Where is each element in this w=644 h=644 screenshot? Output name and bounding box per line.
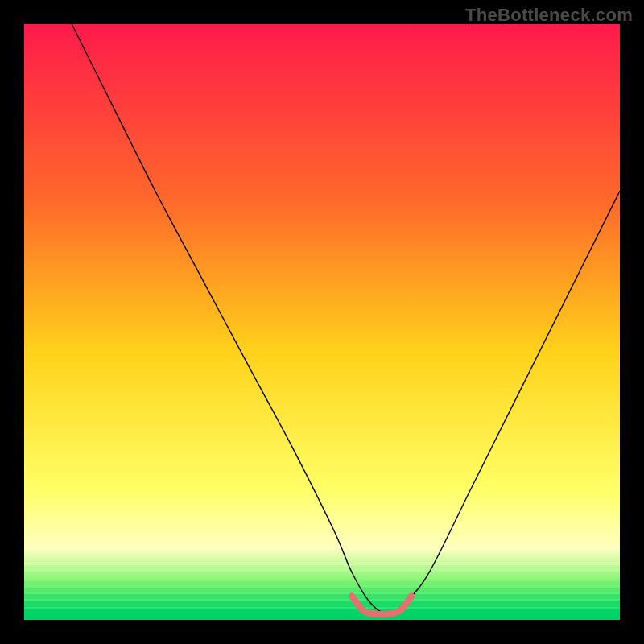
svg-rect-5: [24, 594, 620, 599]
svg-rect-0: [24, 562, 620, 565]
plot-svg: [24, 24, 620, 620]
svg-rect-3: [24, 581, 620, 585]
svg-rect-4: [24, 588, 620, 592]
watermark-text: TheBottleneck.com: [465, 5, 633, 26]
plot-area: [24, 24, 620, 620]
svg-rect-1: [24, 568, 620, 572]
chart-stage: TheBottleneck.com: [0, 0, 644, 644]
svg-rect-2: [24, 575, 620, 578]
green-stripes: [24, 562, 620, 620]
svg-rect-6: [24, 601, 620, 607]
gradient-rect: [24, 24, 620, 620]
svg-rect-7: [24, 609, 620, 620]
